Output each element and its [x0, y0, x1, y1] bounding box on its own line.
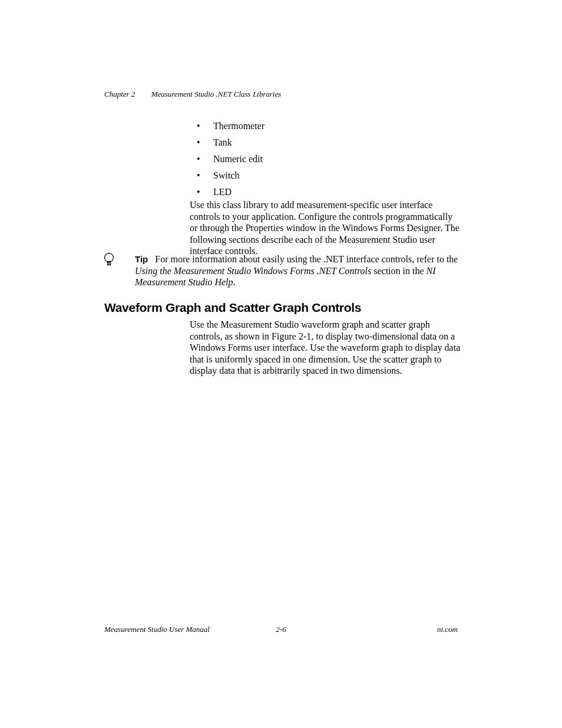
chapter-title: Measurement Studio .NET Class Libraries [151, 90, 282, 98]
page-header: Chapter 2 Measurement Studio .NET Class … [104, 90, 281, 99]
tip-paragraph: Tip For more information about easily us… [135, 253, 460, 288]
tip-text-after: . [233, 277, 235, 287]
waveform-paragraph: Use the Measurement Studio waveform grap… [190, 319, 461, 377]
svg-rect-1 [108, 262, 111, 265]
footer-url: ni.com [437, 625, 458, 634]
class-library-paragraph: Use this class library to add measuremen… [190, 199, 461, 257]
list-item: Tank [197, 135, 265, 150]
tip-label: Tip [135, 254, 148, 264]
list-item: LED [197, 185, 265, 200]
tip-text-1: For more information about easily using … [155, 254, 458, 264]
footer-page-number: 2-6 [104, 625, 458, 634]
lightbulb-icon [103, 252, 115, 270]
list-item: Thermometer [197, 118, 265, 134]
bullet-list: Thermometer Tank Numeric edit Switch LED [197, 118, 265, 201]
section-heading: Waveform Graph and Scatter Graph Control… [104, 301, 361, 315]
tip-italic-1: Using the Measurement Studio Windows For… [135, 266, 371, 276]
chapter-number: Chapter 2 [104, 90, 135, 98]
list-item: Numeric edit [197, 151, 265, 167]
list-item: Switch [197, 168, 265, 183]
svg-point-0 [105, 253, 114, 262]
tip-text-between: section in the [371, 266, 426, 276]
